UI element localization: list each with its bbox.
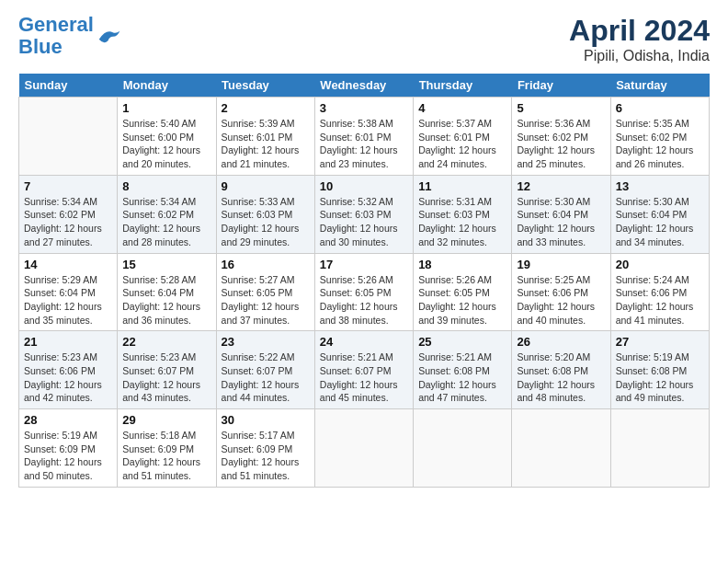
- week-row-1: 1Sunrise: 5:40 AM Sunset: 6:00 PM Daylig…: [19, 98, 710, 176]
- day-detail: Sunrise: 5:31 AM Sunset: 6:03 PM Dayligh…: [418, 195, 506, 249]
- header-day-friday: Friday: [512, 74, 610, 98]
- header-day-saturday: Saturday: [610, 74, 709, 98]
- day-detail: Sunrise: 5:26 AM Sunset: 6:05 PM Dayligh…: [320, 273, 408, 327]
- page-subtitle: Pipili, Odisha, India: [569, 48, 710, 64]
- day-number: 18: [418, 258, 506, 271]
- day-detail: Sunrise: 5:23 AM Sunset: 6:07 PM Dayligh…: [122, 350, 210, 405]
- day-number: 25: [418, 335, 506, 349]
- calendar-cell: 3Sunrise: 5:38 AM Sunset: 6:01 PM Daylig…: [314, 98, 413, 176]
- day-detail: Sunrise: 5:34 AM Sunset: 6:02 PM Dayligh…: [122, 195, 210, 249]
- day-number: 6: [616, 101, 704, 115]
- day-number: 4: [418, 101, 506, 115]
- day-detail: Sunrise: 5:24 AM Sunset: 6:06 PM Dayligh…: [616, 273, 704, 327]
- day-number: 22: [122, 335, 210, 349]
- header-day-thursday: Thursday: [414, 74, 512, 98]
- day-number: 7: [24, 179, 112, 193]
- header-day-monday: Monday: [118, 74, 216, 98]
- week-row-5: 28Sunrise: 5:19 AM Sunset: 6:09 PM Dayli…: [19, 409, 710, 488]
- logo-text: GeneralBlue: [18, 14, 94, 58]
- day-number: 5: [517, 101, 605, 115]
- day-detail: Sunrise: 5:40 AM Sunset: 6:00 PM Dayligh…: [122, 117, 210, 171]
- day-detail: Sunrise: 5:19 AM Sunset: 6:08 PM Dayligh…: [616, 350, 704, 405]
- day-detail: Sunrise: 5:35 AM Sunset: 6:02 PM Dayligh…: [616, 117, 704, 171]
- day-number: 2: [222, 101, 310, 115]
- header-day-wednesday: Wednesday: [314, 74, 413, 98]
- calendar-cell: 15Sunrise: 5:28 AM Sunset: 6:04 PM Dayli…: [118, 253, 216, 331]
- calendar-header: SundayMondayTuesdayWednesdayThursdayFrid…: [19, 74, 710, 98]
- calendar-cell: 11Sunrise: 5:31 AM Sunset: 6:03 PM Dayli…: [414, 175, 512, 253]
- calendar-cell: 24Sunrise: 5:21 AM Sunset: 6:07 PM Dayli…: [314, 331, 413, 409]
- day-detail: Sunrise: 5:23 AM Sunset: 6:06 PM Dayligh…: [24, 350, 112, 405]
- day-detail: Sunrise: 5:30 AM Sunset: 6:04 PM Dayligh…: [616, 195, 704, 249]
- day-detail: Sunrise: 5:21 AM Sunset: 6:07 PM Dayligh…: [320, 350, 408, 405]
- title-block: April 2024 Pipili, Odisha, India: [569, 14, 710, 64]
- day-detail: Sunrise: 5:39 AM Sunset: 6:01 PM Dayligh…: [222, 117, 310, 171]
- calendar-cell: 6Sunrise: 5:35 AM Sunset: 6:02 PM Daylig…: [610, 98, 709, 176]
- day-detail: Sunrise: 5:29 AM Sunset: 6:04 PM Dayligh…: [24, 273, 112, 327]
- day-detail: Sunrise: 5:22 AM Sunset: 6:07 PM Dayligh…: [222, 350, 310, 405]
- day-detail: Sunrise: 5:30 AM Sunset: 6:04 PM Dayligh…: [517, 195, 605, 249]
- day-number: 8: [122, 179, 210, 193]
- header-row: GeneralBlue April 2024 Pipili, Odisha, I…: [18, 14, 710, 64]
- day-detail: Sunrise: 5:36 AM Sunset: 6:02 PM Dayligh…: [517, 117, 605, 171]
- day-number: 29: [122, 413, 210, 427]
- calendar-cell: 28Sunrise: 5:19 AM Sunset: 6:09 PM Dayli…: [19, 409, 118, 488]
- calendar-cell: 13Sunrise: 5:30 AM Sunset: 6:04 PM Dayli…: [610, 175, 709, 253]
- calendar-cell: [414, 409, 512, 488]
- calendar-cell: [610, 409, 709, 488]
- day-detail: Sunrise: 5:38 AM Sunset: 6:01 PM Dayligh…: [320, 117, 408, 171]
- calendar-cell: 9Sunrise: 5:33 AM Sunset: 6:03 PM Daylig…: [216, 175, 314, 253]
- day-number: 23: [222, 335, 310, 349]
- day-detail: Sunrise: 5:17 AM Sunset: 6:09 PM Dayligh…: [222, 429, 310, 483]
- calendar-cell: 22Sunrise: 5:23 AM Sunset: 6:07 PM Dayli…: [118, 331, 216, 409]
- calendar-cell: 7Sunrise: 5:34 AM Sunset: 6:02 PM Daylig…: [19, 175, 118, 253]
- day-number: 19: [517, 258, 605, 271]
- day-number: 12: [517, 179, 605, 193]
- header-day-sunday: Sunday: [19, 74, 118, 98]
- calendar-cell: 19Sunrise: 5:25 AM Sunset: 6:06 PM Dayli…: [512, 253, 610, 331]
- day-detail: Sunrise: 5:26 AM Sunset: 6:05 PM Dayligh…: [418, 273, 506, 327]
- day-number: 14: [24, 258, 112, 271]
- logo-bird-icon: [96, 25, 123, 47]
- calendar-cell: 8Sunrise: 5:34 AM Sunset: 6:02 PM Daylig…: [118, 175, 216, 253]
- day-detail: Sunrise: 5:25 AM Sunset: 6:06 PM Dayligh…: [517, 273, 605, 327]
- day-number: 16: [222, 258, 310, 271]
- day-number: 15: [122, 258, 210, 271]
- day-number: 27: [616, 335, 704, 349]
- calendar-cell: [19, 98, 118, 176]
- calendar-cell: 2Sunrise: 5:39 AM Sunset: 6:01 PM Daylig…: [216, 98, 314, 176]
- calendar-cell: 5Sunrise: 5:36 AM Sunset: 6:02 PM Daylig…: [512, 98, 610, 176]
- calendar-cell: 23Sunrise: 5:22 AM Sunset: 6:07 PM Dayli…: [216, 331, 314, 409]
- logo: GeneralBlue: [18, 14, 123, 58]
- calendar-cell: 20Sunrise: 5:24 AM Sunset: 6:06 PM Dayli…: [610, 253, 709, 331]
- day-number: 17: [320, 258, 408, 271]
- calendar-cell: 4Sunrise: 5:37 AM Sunset: 6:01 PM Daylig…: [414, 98, 512, 176]
- day-number: 28: [24, 413, 112, 427]
- day-number: 30: [222, 413, 310, 427]
- calendar-table: SundayMondayTuesdayWednesdayThursdayFrid…: [18, 74, 710, 488]
- week-row-4: 21Sunrise: 5:23 AM Sunset: 6:06 PM Dayli…: [19, 331, 710, 409]
- day-number: 10: [320, 179, 408, 193]
- calendar-body: 1Sunrise: 5:40 AM Sunset: 6:00 PM Daylig…: [19, 98, 710, 488]
- calendar-cell: [314, 409, 413, 488]
- calendar-cell: 17Sunrise: 5:26 AM Sunset: 6:05 PM Dayli…: [314, 253, 413, 331]
- calendar-cell: 16Sunrise: 5:27 AM Sunset: 6:05 PM Dayli…: [216, 253, 314, 331]
- day-detail: Sunrise: 5:32 AM Sunset: 6:03 PM Dayligh…: [320, 195, 408, 249]
- header-row-days: SundayMondayTuesdayWednesdayThursdayFrid…: [19, 74, 710, 98]
- calendar-cell: 12Sunrise: 5:30 AM Sunset: 6:04 PM Dayli…: [512, 175, 610, 253]
- day-detail: Sunrise: 5:20 AM Sunset: 6:08 PM Dayligh…: [517, 350, 605, 405]
- day-number: 3: [320, 101, 408, 115]
- calendar-cell: 18Sunrise: 5:26 AM Sunset: 6:05 PM Dayli…: [414, 253, 512, 331]
- page-title: April 2024: [569, 14, 710, 48]
- day-number: 9: [222, 179, 310, 193]
- day-number: 21: [24, 335, 112, 349]
- calendar-cell: 14Sunrise: 5:29 AM Sunset: 6:04 PM Dayli…: [19, 253, 118, 331]
- calendar-cell: 29Sunrise: 5:18 AM Sunset: 6:09 PM Dayli…: [118, 409, 216, 488]
- calendar-cell: 30Sunrise: 5:17 AM Sunset: 6:09 PM Dayli…: [216, 409, 314, 488]
- calendar-cell: 25Sunrise: 5:21 AM Sunset: 6:08 PM Dayli…: [414, 331, 512, 409]
- day-detail: Sunrise: 5:21 AM Sunset: 6:08 PM Dayligh…: [418, 350, 506, 405]
- day-number: 26: [517, 335, 605, 349]
- main-container: GeneralBlue April 2024 Pipili, Odisha, I…: [0, 0, 728, 497]
- day-detail: Sunrise: 5:37 AM Sunset: 6:01 PM Dayligh…: [418, 117, 506, 171]
- day-number: 1: [122, 101, 210, 115]
